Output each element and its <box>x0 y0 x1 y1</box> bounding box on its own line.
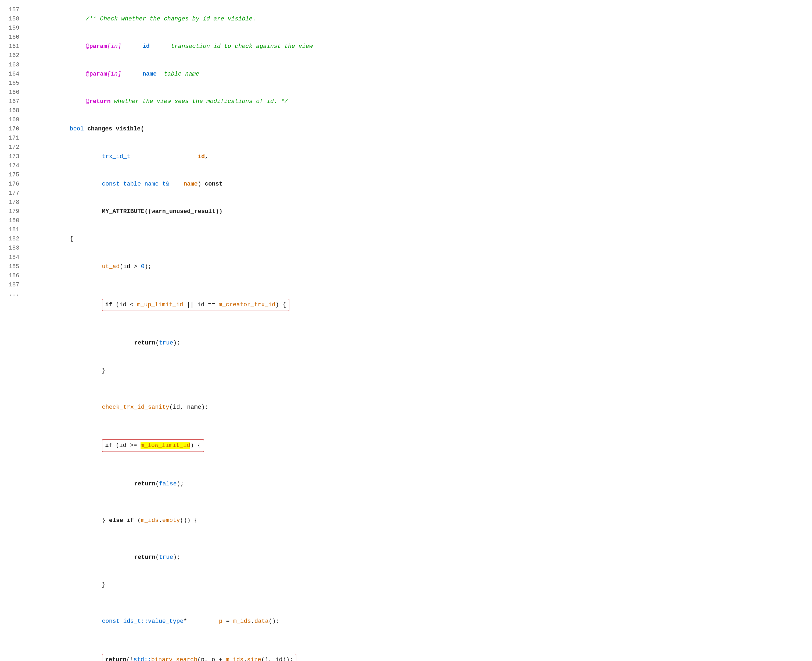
close-179: } <box>102 517 109 524</box>
or-168: || <box>183 302 197 308</box>
ln-171: 171 <box>5 134 19 143</box>
code-line-170: return(true); <box>32 329 804 357</box>
line-numbers: 157 158 159 160 161 162 163 164 165 166 … <box>0 5 24 661</box>
red-box-168: if (id < m_up_limit_id || id == m_creato… <box>102 299 289 311</box>
kw-else-179: else if <box>109 517 134 524</box>
var-p2-186: p <box>212 656 215 661</box>
var-id-173: id <box>173 404 180 410</box>
dot-184: . <box>251 618 255 625</box>
var-m-ids-179: m_ids <box>141 517 159 524</box>
return-text-160: whether the view sees the modifications … <box>111 98 288 105</box>
ln-178: 178 <box>5 198 19 207</box>
kw-return-186: return <box>105 656 126 661</box>
param-tag-158: @param <box>86 43 107 50</box>
ln-185: 185 <box>5 262 19 271</box>
var-id-168: id <box>119 302 126 308</box>
bool-true-170: true <box>159 340 173 346</box>
macro-164: MY_ATTRIBUTE((warn_unused_result)) <box>102 208 223 215</box>
semi-186: )); <box>282 656 293 661</box>
param-name-163: name <box>183 181 198 187</box>
var-m-ids-184: m_ids <box>233 618 251 625</box>
param-name-159: name <box>142 71 157 77</box>
param-id-162: id <box>198 153 205 160</box>
ln-187: 187 <box>5 281 19 290</box>
semi-177: ); <box>177 481 184 487</box>
code-line-179: } else if (m_ids.empty()) { <box>32 507 804 534</box>
code-line-164: MY_ATTRIBUTE((warn_unused_result)) <box>32 198 804 225</box>
ln-161: 161 <box>5 42 19 51</box>
ln-165: 165 <box>5 79 19 88</box>
code-line-161: bool changes_visible( <box>32 115 804 143</box>
kw-return-170: return <box>134 340 155 346</box>
dot-186: . <box>244 656 247 661</box>
close-168: ) { <box>275 302 286 308</box>
ln-157: 157 <box>5 5 19 14</box>
code-line-167 <box>32 281 804 290</box>
type-trx-162: trx_id_t <box>102 153 130 160</box>
paren2-186: ( <box>197 656 201 661</box>
semi-170: ); <box>173 340 180 346</box>
var-m-ids-186: m_ids <box>226 656 244 661</box>
var-id2-168: id <box>197 302 204 308</box>
ln-170: 170 <box>5 125 19 134</box>
call-empty-179: empty <box>162 517 180 524</box>
code-line-180 <box>32 534 804 543</box>
ln-186: 186 <box>5 271 19 281</box>
func-name-161: changes_visible( <box>88 126 144 132</box>
var-m-up-168: m_up_limit_id <box>137 302 183 308</box>
bool-false-177: false <box>159 481 177 487</box>
close-brace-182: } <box>102 581 105 588</box>
ln-169: 169 <box>5 115 19 125</box>
code-line-183 <box>32 599 804 608</box>
comma1-186: , <box>204 656 212 661</box>
code-content: /** Check whether the changes by id are … <box>24 5 812 661</box>
ln-167: 167 <box>5 97 19 106</box>
kw-return-177: return <box>134 481 155 487</box>
ln-188: ... <box>5 290 19 299</box>
code-line-175: if (id >= m_low_limit_id) { <box>32 430 804 461</box>
eq-168: == <box>204 302 219 308</box>
code-line-166: ut_ad(id > 0); <box>32 253 804 281</box>
close-175: ) { <box>190 442 201 449</box>
code-line-158: @param[in] id transaction id to check ag… <box>32 33 804 60</box>
ln-183: 183 <box>5 244 19 253</box>
code-line-177: return(false); <box>32 470 804 498</box>
var-id-166: id <box>123 263 130 270</box>
param-desc-158: transaction id to check against the view <box>150 43 313 50</box>
code-view: 157 158 159 160 161 162 163 164 165 166 … <box>0 0 812 661</box>
code-line-174 <box>32 421 804 430</box>
kw-if-168: if <box>105 302 112 308</box>
ln-160: 160 <box>5 33 19 42</box>
param-in-158: [in] <box>107 43 121 50</box>
close-brace-171: } <box>102 367 105 374</box>
var-p-184: p <box>219 618 223 625</box>
ln-176: 176 <box>5 180 19 189</box>
ln-159: 159 <box>5 24 19 33</box>
ln-179: 179 <box>5 207 19 216</box>
gt-166: > <box>130 263 141 270</box>
type-bool-161: bool <box>70 126 84 132</box>
call-ut-ad-166: ut_ad <box>102 263 119 270</box>
paren-181: ( <box>155 554 159 561</box>
call-check-173: check_trx_id_sanity <box>102 404 169 410</box>
code-line-159: @param[in] name table name <box>32 61 804 88</box>
kw-const-163: const <box>205 181 223 187</box>
bool-true-181: true <box>159 554 173 561</box>
semi-181: ); <box>173 554 180 561</box>
type-const-184: const ids_t::value_type <box>102 618 183 625</box>
code-line-185 <box>32 635 804 644</box>
ln-158: 158 <box>5 14 19 24</box>
open-brace-165: { <box>70 236 73 242</box>
plus-186: + <box>215 656 226 661</box>
eq-184: = <box>223 618 233 625</box>
param-in-159: [in] <box>107 71 121 77</box>
ln-163: 163 <box>5 61 19 70</box>
code-line-176 <box>32 461 804 470</box>
code-line-157: /** Check whether the changes by id are … <box>32 5 804 33</box>
semi-184: (); <box>269 618 279 625</box>
ln-177: 177 <box>5 189 19 198</box>
paren-173: ( <box>169 404 173 410</box>
call-data-184: data <box>255 618 269 625</box>
paren-177: ( <box>155 481 159 487</box>
paren-179: ( <box>134 517 141 524</box>
